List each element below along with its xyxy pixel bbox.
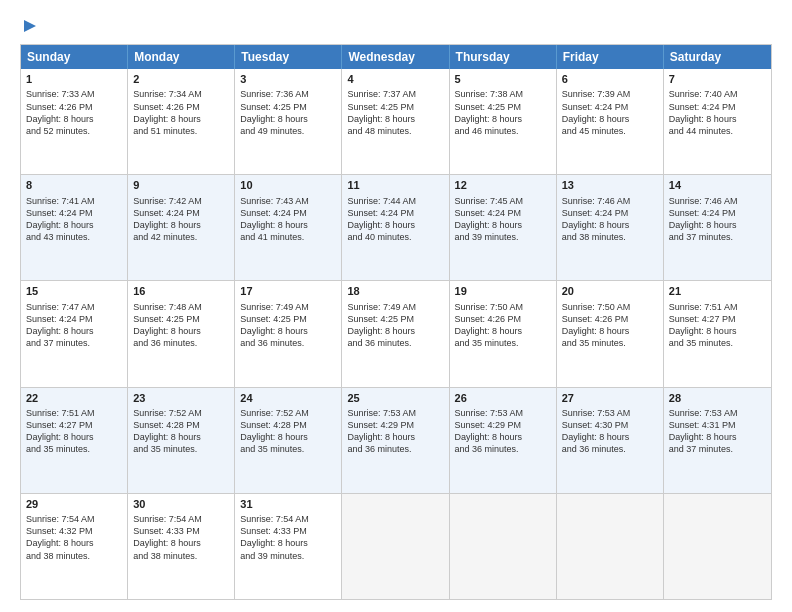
day-number: 4: [347, 72, 443, 87]
cell-info-text: Sunset: 4:24 PM: [669, 207, 766, 219]
calendar-cell-empty: [342, 494, 449, 599]
day-number: 1: [26, 72, 122, 87]
cell-info-text: Daylight: 8 hours: [562, 431, 658, 443]
cell-info-text: Sunset: 4:26 PM: [455, 313, 551, 325]
cell-info-text: Sunrise: 7:47 AM: [26, 301, 122, 313]
calendar-header: SundayMondayTuesdayWednesdayThursdayFrid…: [21, 45, 771, 69]
cell-info-text: Daylight: 8 hours: [26, 537, 122, 549]
cell-info-text: Daylight: 8 hours: [240, 431, 336, 443]
calendar-cell-13: 13Sunrise: 7:46 AMSunset: 4:24 PMDayligh…: [557, 175, 664, 280]
cell-info-text: and 35 minutes.: [26, 443, 122, 455]
calendar-cell-18: 18Sunrise: 7:49 AMSunset: 4:25 PMDayligh…: [342, 281, 449, 386]
calendar-cell-7: 7Sunrise: 7:40 AMSunset: 4:24 PMDaylight…: [664, 69, 771, 174]
cell-info-text: Sunset: 4:25 PM: [133, 313, 229, 325]
cell-info-text: Daylight: 8 hours: [669, 113, 766, 125]
cell-info-text: and 39 minutes.: [455, 231, 551, 243]
calendar-row-2: 8Sunrise: 7:41 AMSunset: 4:24 PMDaylight…: [21, 174, 771, 280]
calendar-cell-empty: [557, 494, 664, 599]
day-number: 7: [669, 72, 766, 87]
cell-info-text: Daylight: 8 hours: [240, 113, 336, 125]
svg-marker-0: [24, 20, 36, 32]
cell-info-text: Sunrise: 7:53 AM: [562, 407, 658, 419]
cell-info-text: and 37 minutes.: [669, 231, 766, 243]
cell-info-text: and 46 minutes.: [455, 125, 551, 137]
calendar-row-5: 29Sunrise: 7:54 AMSunset: 4:32 PMDayligh…: [21, 493, 771, 599]
cell-info-text: and 52 minutes.: [26, 125, 122, 137]
calendar-cell-empty: [664, 494, 771, 599]
calendar-row-1: 1Sunrise: 7:33 AMSunset: 4:26 PMDaylight…: [21, 69, 771, 174]
calendar-cell-30: 30Sunrise: 7:54 AMSunset: 4:33 PMDayligh…: [128, 494, 235, 599]
day-number: 27: [562, 391, 658, 406]
cell-info-text: Daylight: 8 hours: [26, 113, 122, 125]
cell-info-text: and 45 minutes.: [562, 125, 658, 137]
cell-info-text: Sunset: 4:31 PM: [669, 419, 766, 431]
cell-info-text: and 38 minutes.: [26, 550, 122, 562]
calendar-cell-23: 23Sunrise: 7:52 AMSunset: 4:28 PMDayligh…: [128, 388, 235, 493]
cell-info-text: Daylight: 8 hours: [133, 113, 229, 125]
cell-info-text: Sunrise: 7:46 AM: [669, 195, 766, 207]
cell-info-text: Sunrise: 7:44 AM: [347, 195, 443, 207]
cell-info-text: Sunset: 4:26 PM: [133, 101, 229, 113]
calendar-cell-22: 22Sunrise: 7:51 AMSunset: 4:27 PMDayligh…: [21, 388, 128, 493]
cell-info-text: Sunset: 4:25 PM: [347, 101, 443, 113]
cell-info-text: and 36 minutes.: [240, 337, 336, 349]
cell-info-text: and 48 minutes.: [347, 125, 443, 137]
cell-info-text: Sunrise: 7:33 AM: [26, 88, 122, 100]
day-number: 3: [240, 72, 336, 87]
cell-info-text: and 39 minutes.: [240, 550, 336, 562]
logo-arrow-icon: [22, 18, 38, 34]
day-number: 11: [347, 178, 443, 193]
cell-info-text: Sunrise: 7:39 AM: [562, 88, 658, 100]
cell-info-text: and 41 minutes.: [240, 231, 336, 243]
day-number: 20: [562, 284, 658, 299]
cell-info-text: Sunset: 4:24 PM: [347, 207, 443, 219]
cell-info-text: Daylight: 8 hours: [455, 431, 551, 443]
calendar-cell-5: 5Sunrise: 7:38 AMSunset: 4:25 PMDaylight…: [450, 69, 557, 174]
cell-info-text: Sunrise: 7:49 AM: [347, 301, 443, 313]
cell-info-text: Sunset: 4:25 PM: [240, 101, 336, 113]
cell-info-text: Daylight: 8 hours: [455, 325, 551, 337]
day-number: 23: [133, 391, 229, 406]
cell-info-text: Sunset: 4:27 PM: [26, 419, 122, 431]
cell-info-text: Sunrise: 7:43 AM: [240, 195, 336, 207]
cell-info-text: and 37 minutes.: [26, 337, 122, 349]
calendar-cell-17: 17Sunrise: 7:49 AMSunset: 4:25 PMDayligh…: [235, 281, 342, 386]
day-number: 6: [562, 72, 658, 87]
cell-info-text: Daylight: 8 hours: [562, 113, 658, 125]
cell-info-text: Sunrise: 7:50 AM: [455, 301, 551, 313]
cell-info-text: Sunset: 4:24 PM: [562, 101, 658, 113]
calendar-cell-8: 8Sunrise: 7:41 AMSunset: 4:24 PMDaylight…: [21, 175, 128, 280]
page: SundayMondayTuesdayWednesdayThursdayFrid…: [0, 0, 792, 612]
cell-info-text: Daylight: 8 hours: [347, 219, 443, 231]
cell-info-text: Sunset: 4:24 PM: [240, 207, 336, 219]
weekday-header-tuesday: Tuesday: [235, 45, 342, 69]
cell-info-text: Sunset: 4:24 PM: [562, 207, 658, 219]
weekday-header-thursday: Thursday: [450, 45, 557, 69]
cell-info-text: and 35 minutes.: [240, 443, 336, 455]
day-number: 28: [669, 391, 766, 406]
cell-info-text: and 43 minutes.: [26, 231, 122, 243]
calendar-cell-empty: [450, 494, 557, 599]
day-number: 21: [669, 284, 766, 299]
cell-info-text: Sunrise: 7:53 AM: [669, 407, 766, 419]
calendar-body: 1Sunrise: 7:33 AMSunset: 4:26 PMDaylight…: [21, 69, 771, 599]
weekday-header-friday: Friday: [557, 45, 664, 69]
cell-info-text: and 42 minutes.: [133, 231, 229, 243]
cell-info-text: and 38 minutes.: [133, 550, 229, 562]
calendar-cell-21: 21Sunrise: 7:51 AMSunset: 4:27 PMDayligh…: [664, 281, 771, 386]
cell-info-text: Sunset: 4:32 PM: [26, 525, 122, 537]
cell-info-text: Sunrise: 7:40 AM: [669, 88, 766, 100]
cell-info-text: and 36 minutes.: [347, 443, 443, 455]
weekday-header-monday: Monday: [128, 45, 235, 69]
day-number: 2: [133, 72, 229, 87]
cell-info-text: Daylight: 8 hours: [240, 219, 336, 231]
cell-info-text: Sunrise: 7:45 AM: [455, 195, 551, 207]
day-number: 14: [669, 178, 766, 193]
cell-info-text: Daylight: 8 hours: [133, 537, 229, 549]
cell-info-text: Daylight: 8 hours: [26, 325, 122, 337]
calendar-cell-31: 31Sunrise: 7:54 AMSunset: 4:33 PMDayligh…: [235, 494, 342, 599]
cell-info-text: Sunset: 4:29 PM: [347, 419, 443, 431]
cell-info-text: and 36 minutes.: [562, 443, 658, 455]
cell-info-text: Sunrise: 7:38 AM: [455, 88, 551, 100]
cell-info-text: and 35 minutes.: [669, 337, 766, 349]
